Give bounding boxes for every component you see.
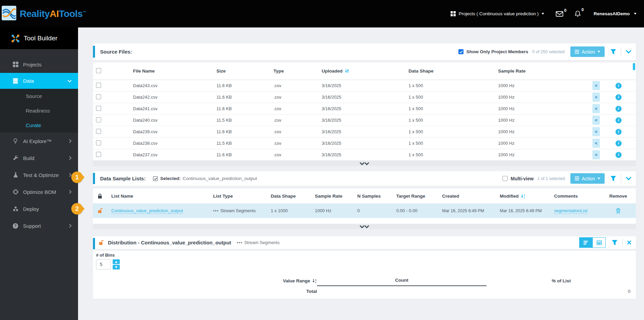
filter-funnel-icon — [610, 176, 617, 182]
select-all-checkbox[interactable] — [96, 68, 101, 73]
annotation-marker-2: 2 — [71, 203, 83, 215]
sample-rate-cell: 1000 Hz — [495, 152, 589, 157]
brand-logo[interactable]: RealityAITools™ — [2, 5, 86, 21]
sample-list-row-selected: Continuous_value_prediction_output ●●●St… — [93, 203, 636, 218]
table-view-toggle[interactable] — [592, 237, 606, 248]
messages-button[interactable]: 0 — [556, 11, 563, 17]
sample-lists-action-button[interactable]: Action — [570, 173, 605, 184]
reality-ai-logo-icon — [2, 6, 16, 20]
chart-view-toggle[interactable] — [579, 237, 592, 248]
column-value-range[interactable]: Value Range AZ — [93, 278, 317, 283]
row-checkbox[interactable] — [96, 152, 101, 157]
info-icon[interactable]: i — [615, 117, 622, 123]
column-comments[interactable]: Comments — [551, 194, 601, 199]
chevron-down-icon — [598, 51, 600, 53]
source-files-expander[interactable] — [93, 161, 636, 166]
column-file-name[interactable]: File Name — [130, 68, 214, 74]
sidebar: Tool Builder Projects Data Source Readin… — [0, 27, 78, 320]
row-collapse-button[interactable]: < — [592, 93, 600, 102]
sidebar-item-deploy[interactable]: Deploy — [0, 200, 78, 217]
column-type[interactable]: Type — [271, 68, 319, 74]
row-collapse-button[interactable]: < — [592, 81, 600, 90]
column-list-name[interactable]: List Name — [109, 194, 210, 199]
row-checkbox[interactable] — [96, 117, 101, 122]
column-uploaded[interactable]: Uploaded — [319, 68, 406, 74]
row-checkbox[interactable] — [96, 106, 101, 111]
sample-lists-expander[interactable] — [93, 224, 636, 229]
sidebar-item-ai-explore[interactable]: AI Explore™ — [0, 133, 78, 149]
sidebar-item-projects[interactable]: Projects — [0, 56, 78, 73]
info-icon[interactable]: i — [615, 83, 622, 89]
info-icon[interactable]: i — [615, 106, 622, 112]
column-sample-rate[interactable]: Sample Rate — [495, 68, 589, 74]
bins-input[interactable] — [96, 259, 111, 269]
user-menu[interactable]: RenesasAIDemo — [593, 11, 637, 16]
column-created[interactable]: Created — [439, 194, 497, 199]
chevron-right-icon — [69, 224, 72, 228]
column-modified[interactable]: Modified AZ — [497, 194, 551, 199]
distribution-filter-button[interactable] — [611, 240, 618, 246]
size-cell: 11.6 KB — [214, 95, 271, 100]
table-scrollbar[interactable] — [633, 63, 635, 70]
info-icon[interactable]: i — [615, 152, 622, 158]
info-icon[interactable]: i — [615, 94, 622, 100]
column-data-shape[interactable]: Data Shape — [406, 68, 495, 74]
bins-decrement-button[interactable] — [113, 265, 120, 269]
sidebar-item-readiness[interactable]: Readiness — [0, 103, 78, 118]
bins-stepper — [113, 259, 120, 269]
multi-view-checkbox[interactable] — [503, 176, 508, 181]
source-files-header: Source Files: Show Only Project Members … — [93, 43, 636, 60]
distribution-close-button[interactable] — [627, 240, 631, 245]
stream-segments-icon: ●●● — [213, 209, 219, 212]
unlocked-icon[interactable] — [93, 208, 109, 213]
multi-view-label: Multi-view — [511, 176, 534, 181]
info-icon[interactable]: i — [615, 129, 622, 135]
comments-link[interactable]: segmentationList — [554, 208, 587, 214]
sample-lists-collapse-button[interactable] — [626, 177, 631, 180]
column-size[interactable]: Size — [214, 68, 271, 74]
row-checkbox[interactable] — [96, 140, 101, 145]
unlocked-icon[interactable] — [99, 240, 103, 245]
sidebar-item-optimize-bom[interactable]: Optimize BOM — [0, 183, 78, 200]
sample-lists-filter-button[interactable] — [610, 176, 617, 182]
row-checkbox[interactable] — [96, 129, 101, 134]
projects-menu[interactable]: Projects ( Continuous value prediction ) — [451, 11, 545, 16]
sidebar-item-data[interactable]: Data — [0, 73, 78, 89]
row-collapse-button[interactable]: < — [592, 150, 600, 159]
column-count[interactable]: Count — [317, 275, 487, 286]
modified-cell: Mar 16, 2025 6:49 PM — [497, 208, 551, 213]
sidebar-item-curate[interactable]: Curate — [0, 118, 78, 133]
source-files-collapse-button[interactable] — [626, 50, 631, 54]
type-cell: .csv — [271, 152, 319, 157]
sort-alpha-icon: AZ — [312, 279, 317, 283]
row-collapse-button[interactable]: < — [592, 116, 600, 125]
show-only-project-members-checkbox[interactable] — [458, 49, 463, 54]
list-name-link[interactable]: Continuous_value_prediction_output — [111, 208, 183, 214]
file-name-cell: Data242.csv — [130, 95, 214, 100]
source-files-filter-button[interactable] — [610, 49, 617, 55]
column-data-shape[interactable]: Data Shape — [268, 194, 312, 199]
row-collapse-button[interactable]: < — [592, 127, 600, 136]
distribution-list-type: ●●●Stream Segments — [237, 240, 280, 245]
row-collapse-button[interactable]: < — [592, 139, 600, 148]
row-collapse-button[interactable]: < — [592, 104, 600, 113]
row-checkbox[interactable] — [96, 94, 101, 99]
sidebar-item-source[interactable]: Source — [0, 89, 78, 103]
notifications-button[interactable]: 0 — [575, 11, 581, 17]
data-sample-lists-header: Data Sample Lists: Selected: Continuous_… — [93, 171, 636, 186]
sort-icon — [345, 69, 349, 73]
column-list-type[interactable]: List Type — [210, 194, 268, 199]
source-files-action-button[interactable]: Action — [570, 46, 605, 57]
bins-increment-button[interactable] — [113, 259, 120, 264]
column-percent-of-list[interactable]: % of List — [487, 278, 636, 283]
sidebar-item-test-optimize[interactable]: Test & Optimize — [0, 166, 78, 183]
sidebar-item-build[interactable]: Build — [0, 149, 78, 166]
info-icon[interactable]: i — [615, 140, 622, 146]
column-sample-rate[interactable]: Sample Rate — [312, 194, 355, 199]
type-cell: .csv — [271, 129, 319, 134]
delete-list-button[interactable] — [616, 208, 621, 214]
row-checkbox[interactable] — [96, 83, 101, 88]
column-n-samples[interactable]: N Samples — [355, 194, 394, 199]
sidebar-item-support[interactable]: ? Support — [0, 217, 78, 234]
column-target-range[interactable]: Target Range — [394, 194, 439, 199]
